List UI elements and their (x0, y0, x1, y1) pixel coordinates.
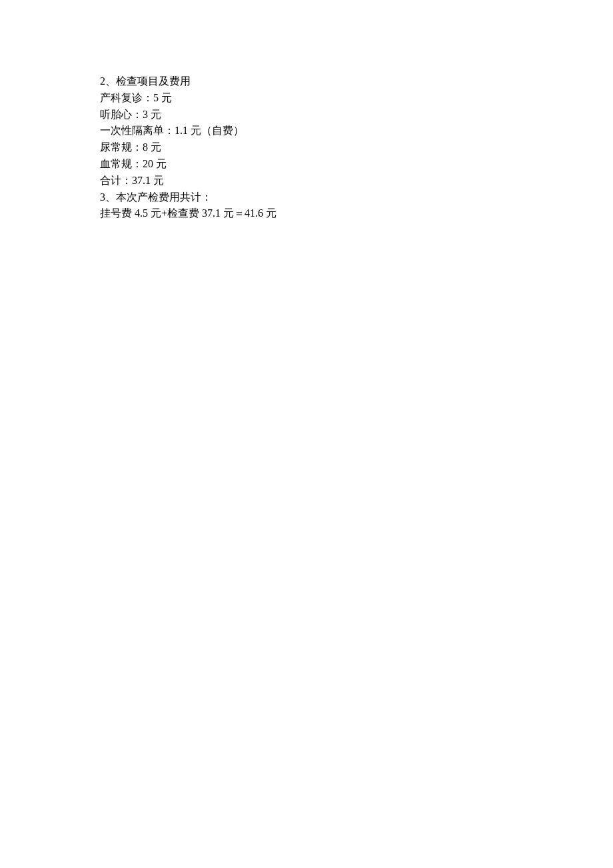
subtotal: 合计：37.1 元 (100, 173, 613, 189)
item-xue-changgui: 血常规：20 元 (100, 156, 613, 173)
section-heading-2: 2、检查项目及费用 (100, 73, 613, 90)
item-niao-changgui: 尿常规：8 元 (100, 139, 613, 156)
item-chanke-fuzhen: 产科复诊：5 元 (100, 90, 613, 107)
item-ting-taixin: 听胎心：3 元 (100, 107, 613, 123)
section-heading-3: 3、本次产检费用共计： (100, 189, 613, 206)
total-calculation: 挂号费 4.5 元+检查费 37.1 元＝41.6 元 (100, 205, 613, 222)
item-geli-dan: 一次性隔离单：1.1 元（自费） (100, 123, 613, 139)
